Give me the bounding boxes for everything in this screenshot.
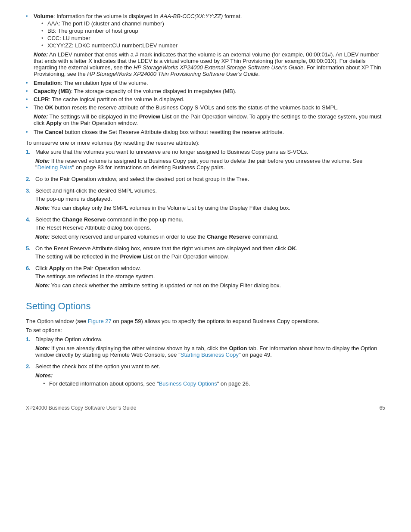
step-4-note: Note: Select only reserved and unpaired … [35,233,385,240]
set-step-2-content: Select the check box of the option you w… [35,363,385,388]
step-num-5: 5. [26,245,35,252]
unreserve-step-3: 3. Select and right-click the desired SM… [26,187,385,213]
term-capacity-def: : The storage capacity of the volume dis… [71,88,237,94]
set-options-step-1: 1. Display the Option window. Note: If y… [26,336,385,360]
footer-page: 65 [380,405,385,411]
step-2-content: Go to the Pair Operation window, and sel… [35,176,385,184]
unreserve-step-2: 2. Go to the Pair Operation window, and … [26,176,385,184]
sub-item-xxyyzz: XX:YY:ZZ: LDKC number:CU number:LDEV num… [41,42,385,49]
step-6-sub: The settings are reflected in the storag… [35,273,385,280]
business-copy-options-link[interactable]: Business Copy Options [159,380,217,387]
set-options-intro: To set options: [26,327,385,333]
step-3-content: Select and right-click the desired SMPL … [35,187,385,213]
section-title: Setting Options [26,301,385,314]
unreserve-step-1: 1. Make sure that the volumes you want t… [26,149,385,172]
deleting-pairs-link[interactable]: Deleting Pairs [37,164,72,171]
step-4-main: Select the Change Reserve command in the… [35,216,385,223]
step-2-main: Go to the Pair Operation window, and sel… [35,176,385,182]
step-3-sub: The pop-up menu is displayed. [35,196,385,202]
set-options-step-2: 2. Select the check box of the option yo… [26,363,385,388]
list-item-capacity: Capacity (MB): The storage capacity of t… [26,88,385,94]
step-5-main: On the Reset Reserve Attribute dialog bo… [35,245,385,252]
unreserve-step-4: 4. Select the Change Reserve command in … [26,216,385,242]
step-1-main: Make sure that the volumes you want to u… [35,149,385,155]
step-6-main: Click Apply on the Pair Operation window… [35,265,385,271]
term-volume-def: : Information for the volume is displaye… [53,13,242,19]
list-item-cancel: The Cancel button closes the Set Reserve… [26,129,385,135]
step-4-sub: The Reset Reserve Attribute dialog box o… [35,224,385,231]
page-content: Volume: Information for the volume is di… [26,13,385,411]
ok-prefix: The OK button resets the reserve attribu… [34,104,339,111]
step-3-main: Select and right-click the desired SMPL … [35,187,385,194]
term-clpr: CLPR [34,96,49,103]
cancel-prefix: The Cancel button closes the Set Reserve… [34,129,284,135]
list-item-ok: The OK button resets the reserve attribu… [26,104,385,126]
volume-sub-list: AAA: The port ID (cluster and channel nu… [41,20,385,49]
option-intro-para: The Option window (see Figure 27 on page… [26,318,385,324]
step-num-6: 6. [26,265,35,271]
sub-bullet-options: For detailed information about options, … [43,380,385,387]
list-item-clpr: CLPR: The cache logical partition of the… [26,96,385,103]
main-bullet-list: Volume: Information for the volume is di… [26,13,385,135]
term-capacity: Capacity (MB) [34,88,71,94]
set-step-1-note: Note: If you are already displaying the … [35,345,385,358]
unreserve-step-5: 5. On the Reset Reserve Attribute dialog… [26,245,385,261]
unreserve-intro: To unreserve one or more volumes (by res… [26,140,385,146]
step-num-4: 4. [26,216,35,223]
step-1-note: Note: If the reserved volume is assigned… [35,158,385,171]
set-step-num-2: 2. [26,363,35,370]
page-footer: XP24000 Business Copy Software User’s Gu… [26,405,385,411]
sub-item-bb: BB: The group number of host group [41,28,385,34]
step-num-3: 3. [26,187,35,194]
unreserve-step-6: 6. Click Apply on the Pair Operation win… [26,265,385,290]
step-num-2: 2. [26,176,35,182]
term-volume: Volume [34,13,53,19]
set-step-2-notes-label: Notes: [35,372,385,379]
step-4-content: Select the Change Reserve command in the… [35,216,385,242]
step-5-content: On the Reset Reserve Attribute dialog bo… [35,245,385,261]
set-step-1-main: Display the Option window. [35,336,385,342]
sub-item-aaa: AAA: The port ID (cluster and channel nu… [41,20,385,27]
term-clpr-def: : The cache logical partition of the vol… [49,96,184,103]
step-5-sub: The setting will be reflected in the Pre… [35,253,385,260]
set-options-steps: 1. Display the Option window. Note: If y… [26,336,385,388]
starting-business-copy-link[interactable]: Starting Business Copy [181,352,239,358]
list-item-volume: Volume: Information for the volume is di… [26,13,385,77]
footer-title: XP24000 Business Copy Software User’s Gu… [26,405,136,411]
step-1-content: Make sure that the volumes you want to u… [35,149,385,172]
set-step-1-content: Display the Option window. Note: If you … [35,336,385,360]
set-step-num-1: 1. [26,336,35,342]
term-emulation: Emulation [34,80,61,86]
step-num-1: 1. [26,149,35,155]
unreserve-steps: 1. Make sure that the volumes you want t… [26,149,385,290]
figure-27-link[interactable]: Figure 27 [88,318,112,324]
volume-note: Note: An LDEV number that ends with a # … [34,51,385,77]
step-3-note: Note: You can display only the SMPL volu… [35,205,385,211]
step-6-note: Note: You can check whether the attribut… [35,282,385,289]
sub-item-ccc: CCC: LU number [41,35,385,41]
term-emulation-def: : The emulation type of the volume. [61,80,148,86]
set-step-2-sub-bullets: For detailed information about options, … [43,380,385,387]
list-item-emulation: Emulation: The emulation type of the vol… [26,80,385,86]
ok-note: Note: The settings will be displayed in … [34,113,385,126]
step-6-content: Click Apply on the Pair Operation window… [35,265,385,290]
set-step-2-main: Select the check box of the option you w… [35,363,385,370]
